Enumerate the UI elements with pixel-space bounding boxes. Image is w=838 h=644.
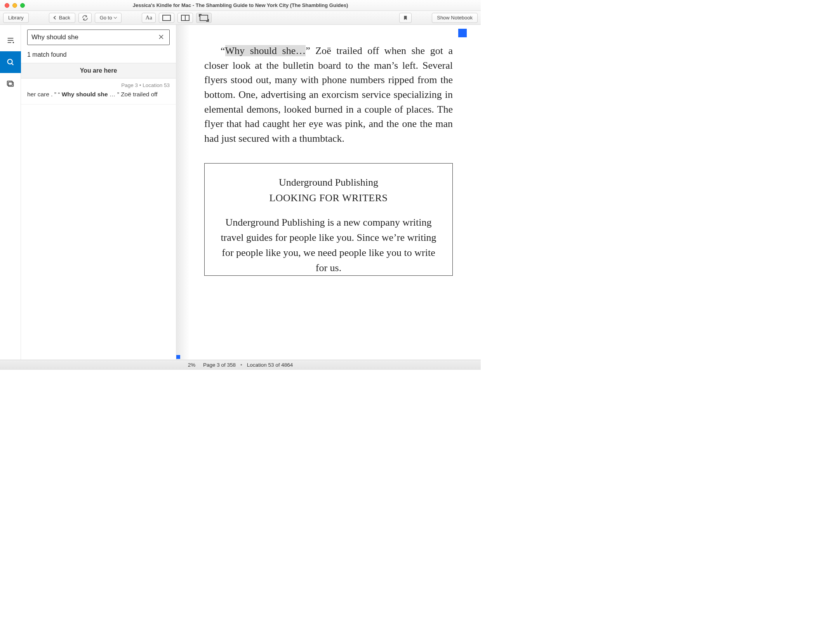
back-button[interactable]: Back [49, 13, 75, 23]
result-location: Page 3 • Location 53 [27, 82, 170, 88]
reader[interactable]: “Why should she…” Zoë trailed off when s… [176, 25, 481, 360]
toc-tab[interactable] [0, 30, 21, 51]
side-rail [0, 25, 21, 360]
svg-line-6 [11, 63, 13, 65]
paragraph: “Why should she…” Zoë trailed off when s… [204, 44, 453, 146]
chevron-left-icon [53, 16, 57, 20]
goto-label: Go to [100, 15, 112, 21]
flyer-heading: Underground Publishing [216, 177, 442, 188]
goto-button[interactable]: Go to [95, 13, 122, 23]
status-percent: 2% [188, 362, 196, 368]
close-icon [158, 34, 164, 40]
status-page: Page 3 of 358 [203, 362, 236, 368]
sync-button[interactable] [78, 13, 92, 23]
window-controls [5, 3, 25, 8]
fit-width-icon [200, 15, 208, 21]
back-label: Back [59, 15, 70, 21]
single-column-icon [162, 15, 171, 21]
show-notebook-button[interactable]: Show Notebook [432, 13, 478, 23]
close-window-button[interactable] [5, 3, 9, 8]
window-title: Jessica's Kindle for Mac - The Shambling… [0, 2, 481, 8]
chevron-down-icon [114, 15, 117, 18]
search-box [27, 30, 170, 45]
search-highlight: Why should she… [225, 45, 306, 56]
two-column-icon [181, 15, 190, 21]
minimize-window-button[interactable] [12, 3, 17, 8]
search-icon [6, 58, 15, 66]
result-snippet: her care . ” “ Why should she … ” Zoë tr… [27, 91, 170, 99]
separator-dot [239, 362, 244, 368]
search-top [21, 25, 176, 48]
match-count: 1 match found [21, 48, 176, 63]
sync-icon [82, 15, 88, 21]
search-result[interactable]: Page 3 • Location 53 her care . ” “ Why … [21, 78, 176, 104]
flyer-box: Underground Publishing LOOKING FOR WRITE… [204, 163, 453, 276]
flyer-body: Underground Publishing is a new company … [216, 215, 442, 275]
flashcards-tab[interactable] [0, 73, 21, 95]
two-column-button[interactable] [177, 13, 193, 23]
search-input[interactable] [31, 33, 157, 41]
cards-icon [6, 80, 15, 88]
flyer-subheading: LOOKING FOR WRITERS [216, 192, 442, 204]
bookmark-icon [403, 14, 408, 21]
search-tab[interactable] [0, 51, 21, 73]
toolbar: Library Back Go to Aa Show Notebook [0, 11, 481, 25]
page-marker [458, 29, 467, 37]
library-button[interactable]: Library [3, 13, 29, 23]
status-bar: 2% Page 3 of 358 Location 53 of 4864 [0, 360, 481, 370]
bookmark-button[interactable] [399, 13, 412, 23]
zoom-window-button[interactable] [20, 3, 25, 8]
scroll-indicator [176, 355, 180, 359]
list-icon [6, 36, 15, 45]
fit-width-button[interactable] [196, 13, 212, 23]
font-settings-button[interactable]: Aa [142, 13, 156, 23]
single-column-button[interactable] [159, 13, 174, 23]
search-panel: 1 match found You are here Page 3 • Loca… [21, 25, 176, 360]
page-content: “Why should she…” Zoë trailed off when s… [204, 25, 453, 360]
status-location: Location 53 of 4864 [247, 362, 293, 368]
you-are-here-header: You are here [21, 63, 176, 78]
clear-search-button[interactable] [157, 32, 165, 43]
main-area: 1 match found You are here Page 3 • Loca… [0, 25, 481, 360]
svg-point-3 [13, 42, 14, 43]
titlebar: Jessica's Kindle for Mac - The Shambling… [0, 0, 481, 11]
